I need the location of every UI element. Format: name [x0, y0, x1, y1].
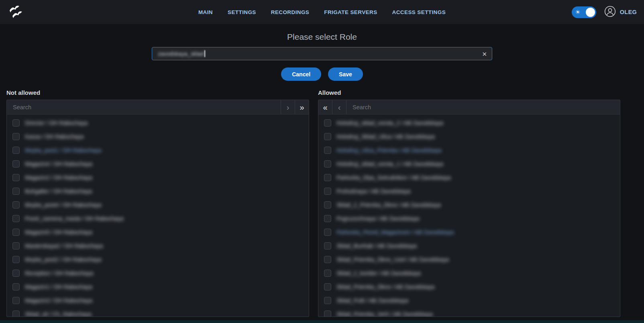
list-item[interactable]: Sklad_s6 / Ch_Rabochaya [7, 307, 309, 317]
user-menu[interactable]: OLEG [604, 6, 637, 19]
checkbox[interactable] [12, 188, 20, 195]
checkbox[interactable] [12, 229, 20, 236]
allowed-title: Allowed [318, 89, 620, 96]
list-item[interactable]: Moyka_post1 / OH Rabochaya [7, 143, 309, 157]
list-item[interactable]: Sklad_2_Priemka_Okno / AB Zavodskaya [318, 198, 620, 212]
list-item[interactable]: Magazin5 / OH Rabochaya [7, 225, 309, 239]
allowed-search-input[interactable] [346, 100, 620, 114]
not-allowed-list: Director / OH Rabochaya Kassa / OH Raboc… [7, 114, 309, 317]
list-item[interactable]: Reception / OH Rabochaya [7, 266, 309, 280]
list-item[interactable]: Post4_zamena_masla / OH Rabochaya [7, 212, 309, 225]
checkbox[interactable] [324, 147, 331, 154]
list-item-label: Sklad_Bunhab / AB Zavodskaya [336, 243, 417, 249]
list-item[interactable]: Magazin3 / OH Rabochaya [7, 294, 309, 307]
list-item[interactable]: Holodnyj_Ulica_Priemka / AB Zavodskaya [318, 143, 620, 157]
move-right-button[interactable]: › [281, 100, 295, 114]
allowed-panel: « ‹ Holodnyj_sklad_vorota_2 / AB Zavodsk… [318, 100, 620, 317]
checkbox[interactable] [324, 270, 331, 277]
list-item[interactable]: Holodnyj_Sklad_Ulica / AB Zavodskaya [318, 130, 620, 143]
role-selection-page: Please select Role zavodskaya_sklad ✕ Ca… [0, 32, 644, 317]
cancel-button[interactable]: Cancel [281, 67, 321, 81]
checkbox[interactable] [324, 283, 331, 290]
list-item[interactable]: Director / OH Rabochaya [7, 116, 309, 130]
checkbox[interactable] [12, 119, 20, 127]
checkbox[interactable] [12, 215, 20, 222]
clear-input-icon[interactable]: ✕ [482, 51, 487, 57]
list-item[interactable]: Parkovka_Pered_Magazinom / AB Zavodskaya [318, 225, 620, 239]
checkbox[interactable] [12, 174, 20, 181]
not-allowed-panel: › » Director / OH Rabochaya Kassa / OH R… [6, 100, 309, 317]
role-name-value: zavodskaya_sklad [158, 51, 204, 57]
list-item[interactable]: Buhgalter / OH Rabochaya [7, 184, 309, 198]
checkbox[interactable] [324, 297, 331, 304]
list-item-label: Sklad_2_Priemka_Okno / AB Zavodskaya [336, 202, 441, 208]
not-allowed-search-input[interactable] [7, 100, 281, 114]
frigate-birds-logo-icon[interactable] [7, 4, 26, 20]
user-name[interactable]: OLEG [620, 9, 637, 15]
list-item-label: Magazin1 / OH Rabochaya [25, 284, 92, 290]
list-item[interactable]: Sklad_Priemka_Okno_Uzel / AB Zavodskaya [318, 253, 620, 266]
list-item-label: Magazin2 / OH Rabochaya [25, 174, 92, 181]
list-item-label: Moyka_post1 / OH Rabochaya [25, 147, 102, 153]
checkbox[interactable] [324, 256, 331, 263]
list-item-label: Kassa / OH Rabochaya [25, 133, 84, 140]
checkbox[interactable] [12, 201, 20, 209]
move-all-right-button[interactable]: » [295, 100, 309, 114]
list-item[interactable]: Holodnyj_sklad_vorota_1 / AB Zavodskaya [318, 157, 620, 171]
list-item[interactable]: Sklad_Bunhab / AB Zavodskaya [318, 239, 620, 253]
user-avatar-icon[interactable] [604, 6, 616, 19]
move-left-button[interactable]: ‹ [332, 100, 346, 114]
list-item[interactable]: Sklad_2_koridor / AB Zavodskaya [318, 266, 620, 280]
list-item[interactable]: Sklad_Priemka_Verh / AB Zavodskaya [318, 307, 620, 317]
list-item[interactable]: Holodnyj_sklad_vorota_2 / AB Zavodskaya [318, 116, 620, 130]
list-item[interactable]: Magazin2 / OH Rabochaya [7, 171, 309, 184]
toggle-knob[interactable] [586, 8, 595, 17]
checkbox[interactable] [12, 270, 20, 277]
checkbox[interactable] [12, 297, 20, 304]
checkbox[interactable] [12, 283, 20, 290]
checkbox[interactable] [324, 311, 331, 317]
list-item[interactable]: Moyka_post4 / OH Rabochaya [7, 198, 309, 212]
role-name-input[interactable]: zavodskaya_sklad ✕ [152, 47, 492, 60]
checkbox[interactable] [324, 160, 331, 168]
list-item[interactable]: Sklad_Priemka_Okno / AB Zavodskaya [318, 280, 620, 294]
checkbox[interactable] [324, 133, 331, 140]
checkbox[interactable] [324, 201, 331, 209]
list-item-label: Prohodnaya / AB Zavodskaya [336, 188, 410, 194]
checkbox[interactable] [12, 160, 20, 168]
list-item-label: Post4_zamena_masla / OH Rabochaya [25, 215, 124, 222]
nav-item-frigate-servers[interactable]: FRIGATE SERVERS [324, 9, 377, 15]
checkbox[interactable] [324, 174, 331, 181]
checkbox[interactable] [12, 256, 20, 263]
list-item-label: Holodnyj_sklad_vorota_1 / AB Zavodskaya [336, 161, 443, 167]
list-item[interactable]: Moyka_post2 / OH Rabochaya [7, 253, 309, 266]
checkbox[interactable] [12, 242, 20, 249]
list-item[interactable]: Parkovka_Dlya_Sotrudnikov / AB Zavodskay… [318, 171, 620, 184]
nav-item-recordings[interactable]: RECORDINGS [271, 9, 310, 15]
nav-item-main[interactable]: MAIN [198, 9, 213, 15]
list-item[interactable]: Sklad_Pulti / AB Zavodskaya [318, 294, 620, 307]
checkbox[interactable] [12, 133, 20, 140]
checkbox[interactable] [12, 147, 20, 154]
nav-item-settings[interactable]: SETTINGS [228, 9, 256, 15]
checkbox[interactable] [324, 242, 331, 249]
list-item[interactable]: Prohodnaya / AB Zavodskaya [318, 184, 620, 198]
list-item[interactable]: Masterskaya2 / OH Rabochaya [7, 239, 309, 253]
list-item-label: Holodnyj_Ulica_Priemka / AB Zavodskaya [336, 147, 441, 153]
list-item[interactable]: Magazin1 / OH Rabochaya [7, 280, 309, 294]
checkbox[interactable] [324, 215, 331, 222]
checkbox[interactable] [324, 229, 331, 236]
save-button[interactable]: Save [328, 67, 363, 81]
nav-item-access-settings[interactable]: ACCESS SETTINGS [392, 9, 446, 15]
move-all-left-button[interactable]: « [318, 100, 332, 114]
list-item-label: Sklad_Priemka_Okno / AB Zavodskaya [336, 284, 434, 290]
theme-toggle[interactable]: ☀ [572, 6, 596, 18]
list-item[interactable]: Kassa / OH Rabochaya [7, 130, 309, 143]
list-item-label: Magazin3 / OH Rabochaya [25, 297, 92, 304]
list-item[interactable]: Magazin4 / OH Rabochaya [7, 157, 309, 171]
checkbox[interactable] [324, 119, 331, 127]
list-item-label: Masterskaya2 / OH Rabochaya [25, 243, 103, 249]
list-item[interactable]: Pogruzochnaya / AB Zavodskaya [318, 212, 620, 225]
checkbox[interactable] [324, 188, 331, 195]
checkbox[interactable] [12, 311, 20, 317]
